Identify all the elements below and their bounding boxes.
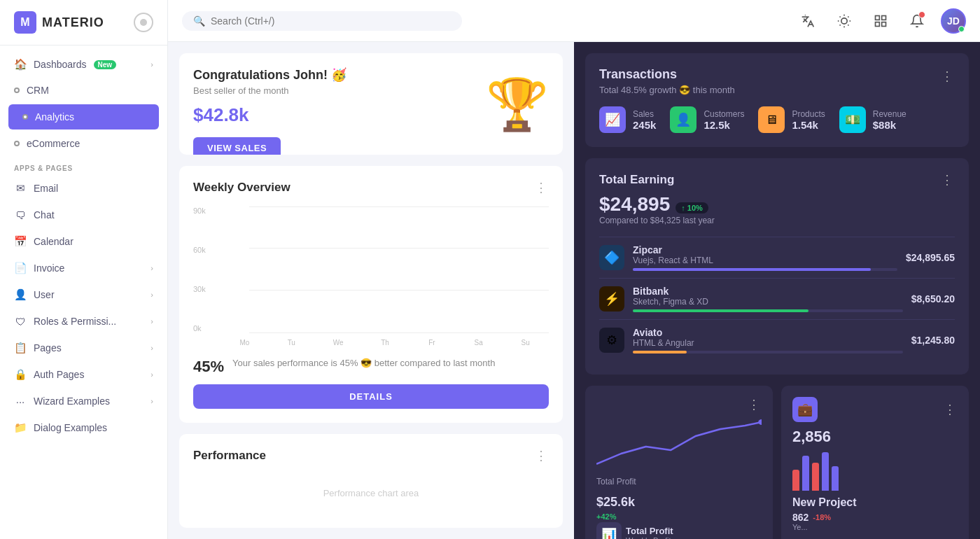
weekly-overview-card: Weekly Overview ⋮ 90k 60k 30k 0k bbox=[179, 166, 563, 423]
weekly-profit-sublabel: Weekly Profit bbox=[626, 536, 673, 540]
customers-icon: 👤 bbox=[670, 106, 696, 133]
shield-icon: 🛡 bbox=[14, 315, 27, 328]
invoice-icon: 📄 bbox=[14, 262, 27, 274]
view-sales-button[interactable]: VIEW SALES bbox=[193, 137, 281, 155]
search-box[interactable]: 🔍 bbox=[182, 11, 462, 31]
search-input[interactable] bbox=[211, 15, 451, 27]
sidebar-item-dialog[interactable]: 📁 Dialog Examples bbox=[0, 414, 167, 441]
sidebar-logo: M MATERIO bbox=[0, 0, 167, 46]
revenue-value: $88k bbox=[873, 119, 906, 131]
sidebar-label-user: User bbox=[34, 289, 55, 300]
customers-value: 12.5k bbox=[704, 119, 744, 131]
chevron-right-icon: › bbox=[150, 290, 153, 299]
zipcar-sub: Vuejs, React & HTML bbox=[633, 255, 897, 265]
earning-item-bitbank: ⚡ Bitbank Sketch, Figma & XD $8,650.20 bbox=[599, 278, 955, 319]
svg-line-8 bbox=[848, 16, 848, 17]
content-left: Congratulations John! 🥳 Best seller of t… bbox=[168, 42, 574, 539]
project-sub-badge: -18% bbox=[813, 513, 831, 522]
earning-item-aviato: ⚙ Aviato HTML & Angular $1,245.80 bbox=[599, 319, 955, 360]
logo-icon: M bbox=[14, 11, 36, 34]
pages-icon: 📋 bbox=[14, 342, 27, 354]
sidebar-item-dashboards[interactable]: 🏠 Dashboards New › bbox=[0, 51, 167, 78]
lock-icon: 🔒 bbox=[14, 368, 27, 381]
grid-icon-button[interactable] bbox=[868, 8, 893, 34]
details-button[interactable]: DETAILS bbox=[193, 384, 549, 409]
chevron-right-icon: › bbox=[150, 264, 153, 272]
profit-chart bbox=[596, 415, 762, 471]
new-project-card: 💼 ⋮ 2,856 New Project bbox=[781, 386, 969, 539]
chart-area bbox=[221, 206, 549, 332]
home-icon: 🏠 bbox=[14, 58, 27, 71]
earning-menu-button[interactable]: ⋮ bbox=[941, 172, 955, 188]
sidebar-item-ecommerce[interactable]: eCommerce bbox=[0, 131, 167, 156]
topbar-right: JD bbox=[795, 8, 966, 34]
products-icon: 🖥 bbox=[758, 106, 785, 133]
dot-icon bbox=[14, 88, 20, 93]
project-menu-button[interactable]: ⋮ bbox=[944, 402, 958, 417]
sidebar-item-analytics[interactable]: Analytics bbox=[8, 104, 159, 130]
svg-line-4 bbox=[848, 24, 848, 25]
aviato-name: Aviato bbox=[633, 327, 903, 338]
avatar[interactable]: JD bbox=[941, 8, 966, 34]
grid-line bbox=[249, 290, 549, 290]
dialog-icon: 📁 bbox=[14, 421, 27, 434]
bars-container bbox=[221, 206, 549, 332]
transactions-menu-button[interactable]: ⋮ bbox=[941, 69, 955, 84]
sidebar-label-email: Email bbox=[34, 183, 58, 194]
svg-point-0 bbox=[841, 18, 847, 23]
sidebar-item-roles[interactable]: 🛡 Roles & Permissi... › bbox=[0, 308, 167, 335]
sidebar-item-calendar[interactable]: 📅 Calendar bbox=[0, 228, 167, 255]
performance-header: Performance ⋮ bbox=[193, 448, 549, 463]
app-name: MATERIO bbox=[42, 15, 104, 30]
sidebar-item-wizard[interactable]: ··· Wizard Examples › bbox=[0, 388, 167, 414]
dot-icon bbox=[14, 141, 20, 146]
bitbank-sub: Sketch, Figma & XD bbox=[633, 297, 903, 307]
weekly-chart: 90k 60k 30k 0k bbox=[193, 206, 549, 346]
earning-amount: $24,895 bbox=[599, 193, 670, 216]
sales-icon: 📈 bbox=[599, 106, 626, 133]
theme-icon-button[interactable] bbox=[832, 8, 857, 34]
transactions-subtitle: Total 48.5% growth 😎 this month bbox=[599, 85, 955, 95]
calendar-icon: 📅 bbox=[14, 235, 27, 248]
weekly-menu-button[interactable]: ⋮ bbox=[535, 180, 549, 195]
notification-bell-button[interactable] bbox=[904, 8, 930, 34]
earning-header: Total Earning ⋮ bbox=[599, 172, 955, 188]
weekly-percent: 45% bbox=[193, 358, 224, 376]
translate-icon-button[interactable] bbox=[795, 8, 820, 34]
grid-line bbox=[249, 248, 549, 248]
sidebar-item-pages[interactable]: 📋 Pages › bbox=[0, 335, 167, 361]
stats-grid: ⋮ Total Profit $25.6k +42% bbox=[585, 386, 969, 539]
sidebar-item-email[interactable]: ✉ Email bbox=[0, 175, 167, 202]
sidebar-item-chat[interactable]: 🗨 Chat bbox=[0, 202, 167, 228]
sidebar: M MATERIO 🏠 Dashboards New › CRM Analyti… bbox=[0, 0, 168, 539]
bitbank-name: Bitbank bbox=[633, 286, 903, 297]
zipcar-logo: 🔷 bbox=[599, 245, 624, 270]
project-label: New Project bbox=[792, 496, 857, 508]
profit-menu-button[interactable]: ⋮ bbox=[748, 397, 762, 412]
chevron-right-icon: › bbox=[150, 317, 153, 326]
chat-icon: 🗨 bbox=[14, 209, 27, 221]
earning-badge: ↑ 10% bbox=[676, 202, 708, 214]
trans-item-customers: 👤 Customers 12.5k bbox=[670, 106, 744, 133]
record-button[interactable] bbox=[134, 13, 153, 32]
sidebar-item-auth[interactable]: 🔒 Auth Pages › bbox=[0, 361, 167, 388]
svg-rect-11 bbox=[882, 22, 886, 26]
trophy-icon: 🏆 bbox=[486, 79, 549, 130]
aviato-sub: HTML & Angular bbox=[633, 338, 903, 348]
sidebar-item-invoice[interactable]: 📄 Invoice › bbox=[0, 255, 167, 281]
grid-line bbox=[249, 206, 549, 207]
sidebar-label-ecommerce: eCommerce bbox=[27, 138, 80, 149]
total-earning-card: Total Earning ⋮ $24,895 ↑ 10% Compared t… bbox=[585, 158, 969, 374]
svg-line-3 bbox=[840, 16, 841, 17]
weekly-footer: 45% Your sales performance is 45% 😎 bett… bbox=[193, 358, 549, 376]
new-badge: New bbox=[94, 60, 117, 69]
weekly-description: Your sales performance is 45% 😎 better c… bbox=[232, 358, 495, 368]
sidebar-item-user[interactable]: 👤 User › bbox=[0, 281, 167, 308]
content-area: Congratulations John! 🥳 Best seller of t… bbox=[168, 42, 980, 539]
performance-menu-button[interactable]: ⋮ bbox=[535, 448, 549, 463]
search-icon: 🔍 bbox=[193, 15, 205, 27]
sidebar-navigation: 🏠 Dashboards New › CRM Analytics eCommer… bbox=[0, 46, 167, 539]
y-axis-labels: 90k 60k 30k 0k bbox=[193, 206, 206, 332]
mini-bar-chart bbox=[792, 449, 958, 491]
sidebar-item-crm[interactable]: CRM bbox=[0, 78, 167, 103]
